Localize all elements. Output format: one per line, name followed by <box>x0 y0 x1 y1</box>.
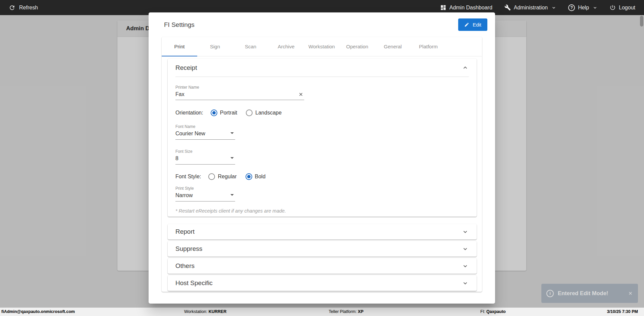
power-icon <box>609 4 616 11</box>
tab-platform[interactable]: Platform <box>411 37 446 56</box>
workstation-status: Workstation: KURRER <box>184 308 226 316</box>
radio-bold-label[interactable]: Bold <box>255 174 266 180</box>
orientation-label: Orientation: <box>175 110 203 116</box>
printer-name-input[interactable] <box>175 90 304 100</box>
administration-menu[interactable]: Administration <box>504 4 556 11</box>
tab-general[interactable]: General <box>375 37 411 56</box>
font-name-select[interactable]: Courier New <box>175 130 235 140</box>
dropdown-arrow-icon <box>230 132 234 134</box>
workstation-value: KURRER <box>209 309 226 314</box>
settings-paper: Print Sign Scan Archive Workstation Oper… <box>162 37 482 292</box>
logout-button[interactable]: Logout <box>609 4 635 11</box>
dialog-title: FI Settings <box>164 21 195 29</box>
teller-platform-status: Teller Platform: XP <box>329 308 364 316</box>
chevron-down-icon <box>551 5 556 10</box>
radio-portrait[interactable] <box>211 109 217 116</box>
tab-content: Receipt Printer Name <box>162 56 482 291</box>
dashboard-icon <box>440 4 446 11</box>
fi-label: FI: <box>480 309 486 314</box>
printer-name-field: Printer Name <box>175 85 304 100</box>
tab-scan[interactable]: Scan <box>233 37 268 56</box>
dropdown-arrow-icon <box>230 157 234 159</box>
radio-regular-label[interactable]: Regular <box>218 174 236 180</box>
radio-bold[interactable] <box>246 173 252 180</box>
chevron-down-icon[interactable] <box>462 279 469 287</box>
help-icon: ? <box>568 4 575 11</box>
tab-label: Print <box>174 44 185 49</box>
refresh-icon <box>9 4 15 11</box>
font-name-value: Courier New <box>175 131 205 136</box>
admin-dashboard-label: Admin Dashboard <box>449 5 492 11</box>
dropdown-arrow-icon <box>230 194 234 196</box>
chevron-up-icon[interactable] <box>462 64 469 72</box>
print-style-value: Narrow <box>175 192 193 198</box>
radio-portrait-label[interactable]: Portrait <box>220 110 237 116</box>
report-section-title: Report <box>175 228 195 235</box>
teller-platform-label: Teller Platform: <box>329 309 358 314</box>
logged-in-user: fiAdmin@qaxpauto.onmicrosoft.com <box>1 308 75 316</box>
edit-button[interactable]: Edit <box>458 18 487 31</box>
chevron-down-icon <box>593 5 597 10</box>
font-size-label: Font Size <box>175 149 235 154</box>
receipt-section-title: Receipt <box>175 64 197 72</box>
help-menu[interactable]: ? Help <box>568 4 597 11</box>
close-icon[interactable] <box>628 291 633 296</box>
tab-label: Scan <box>245 44 256 49</box>
others-section-title: Others <box>175 262 195 270</box>
radio-landscape-label[interactable]: Landscape <box>255 110 281 116</box>
fi-status: FI: Qaxpauto <box>480 308 506 316</box>
help-label: Help <box>578 5 589 11</box>
tab-operation[interactable]: Operation <box>339 37 375 56</box>
radio-landscape[interactable] <box>246 109 253 116</box>
tab-label: Operation <box>346 44 368 49</box>
toast-notification: i Entered Edit Mode! <box>541 284 638 303</box>
dialog-header: FI Settings Edit <box>149 12 495 37</box>
chevron-down-icon[interactable] <box>462 228 469 235</box>
tab-workstation[interactable]: Workstation <box>304 37 339 56</box>
tab-archive[interactable]: Archive <box>268 37 304 56</box>
print-style-field: Print Style Narrow <box>175 186 235 201</box>
print-style-select[interactable]: Narrow <box>175 191 235 201</box>
toast-message: Entered Edit Mode! <box>558 290 608 297</box>
tab-label: Sign <box>210 44 220 49</box>
fi-settings-dialog: FI Settings Edit Print Sign Scan Archive… <box>149 12 495 304</box>
report-section-header[interactable]: Report <box>168 224 477 239</box>
receipt-section-header[interactable]: Receipt <box>168 59 477 77</box>
tab-print[interactable]: Print <box>162 37 197 56</box>
logout-label: Logout <box>619 5 635 11</box>
receipt-section: Receipt Printer Name <box>168 59 477 217</box>
refresh-label: Refresh <box>19 5 38 11</box>
suppress-section-title: Suppress <box>175 245 202 253</box>
radio-regular[interactable] <box>208 173 215 180</box>
workstation-label: Workstation: <box>184 309 209 314</box>
chevron-down-icon[interactable] <box>462 262 469 270</box>
host-specific-section-header[interactable]: Host Specific <box>168 275 477 291</box>
font-style-group: Font Style: Regular Bold <box>175 173 469 180</box>
administration-label: Administration <box>514 5 548 11</box>
teller-platform-value: XP <box>358 309 364 314</box>
font-size-select[interactable]: 8 <box>175 154 235 165</box>
font-size-field: Font Size 8 <box>175 149 235 165</box>
receipt-section-body: Printer Name Orientation: Portrait Lands… <box>168 77 477 214</box>
printer-name-label: Printer Name <box>175 85 304 90</box>
others-section-header[interactable]: Others <box>168 258 477 274</box>
clear-icon[interactable] <box>298 92 304 97</box>
font-name-label: Font Name <box>175 124 235 129</box>
orientation-group: Orientation: Portrait Landscape <box>175 109 469 116</box>
info-icon: i <box>546 290 554 297</box>
tab-label: Workstation <box>309 44 335 49</box>
font-size-value: 8 <box>175 155 178 161</box>
print-style-label: Print Style <box>175 186 235 191</box>
refresh-button[interactable]: Refresh <box>9 4 38 11</box>
suppress-section-header[interactable]: Suppress <box>168 241 477 257</box>
wrench-icon <box>504 4 511 11</box>
admin-dashboard-nav[interactable]: Admin Dashboard <box>440 4 492 11</box>
edit-button-label: Edit <box>473 22 481 28</box>
status-bar: fiAdmin@qaxpauto.onmicrosoft.com Worksta… <box>0 308 644 316</box>
settings-tabbar: Print Sign Scan Archive Workstation Oper… <box>162 37 482 56</box>
tab-label: General <box>384 44 401 49</box>
chevron-down-icon[interactable] <box>462 245 469 253</box>
tab-sign[interactable]: Sign <box>197 37 233 56</box>
font-style-label: Font Style: <box>175 174 201 180</box>
fi-value: Qaxpauto <box>486 309 506 314</box>
